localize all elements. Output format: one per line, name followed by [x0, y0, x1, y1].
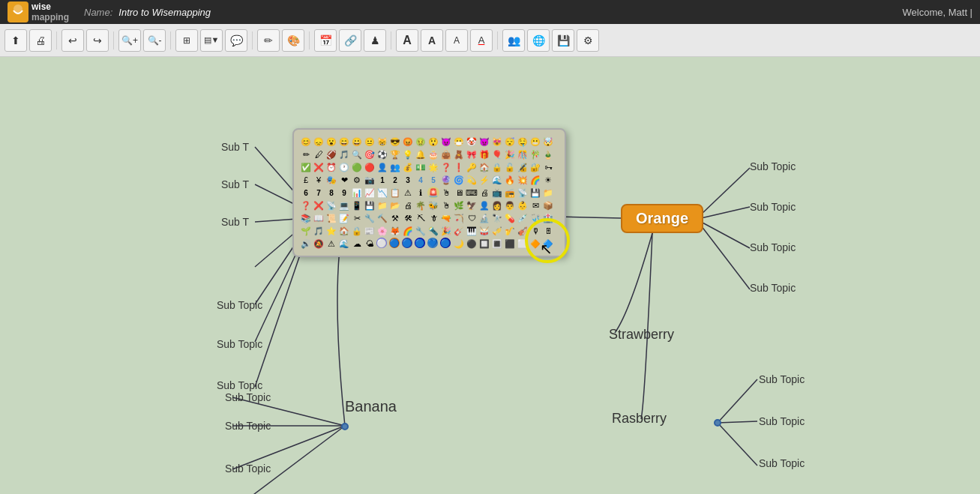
icon-cell[interactable]: 🌱: [300, 225, 312, 237]
icon-cell[interactable]: 🎯: [364, 148, 376, 160]
icon-cell[interactable]: 😲: [427, 136, 439, 148]
icon-cell[interactable]: 🏈: [325, 148, 337, 160]
print-button[interactable]: 🖨: [29, 29, 52, 52]
layout-button[interactable]: ⊞: [175, 29, 198, 52]
icon-cell[interactable]: 😷: [453, 136, 465, 148]
icon-cell[interactable]: 💥: [517, 174, 529, 186]
draw-button[interactable]: ✏: [257, 29, 280, 52]
icon-cell[interactable]: 🔨: [376, 212, 388, 224]
icon-cell[interactable]: 😞: [313, 136, 325, 148]
icon-cell[interactable]: 🧸: [453, 148, 465, 160]
icon-cell[interactable]: 🔥: [504, 174, 516, 186]
icon-cell[interactable]: 🎂: [427, 148, 439, 160]
icon-cell[interactable]: 🖱: [440, 187, 452, 199]
icon-cell[interactable]: 🔵: [402, 238, 412, 248]
icon-cell[interactable]: 🩺: [529, 212, 541, 224]
icon-cell[interactable]: 🔬: [478, 212, 490, 224]
icon-cell[interactable]: ℹ: [415, 187, 427, 199]
icon-cell[interactable]: 📡: [325, 199, 337, 211]
icon-cell[interactable]: ⏰: [325, 161, 337, 173]
icon-cell[interactable]: 🎙: [529, 225, 541, 237]
icon-cell[interactable]: 📋: [389, 187, 401, 199]
icon-cell[interactable]: 💉: [517, 212, 529, 224]
settings-button[interactable]: ⚙: [577, 29, 599, 52]
icon-cell[interactable]: 😻: [491, 136, 503, 148]
icon-cell[interactable]: 🌴: [415, 199, 427, 211]
icon-cell[interactable]: 😈: [440, 136, 452, 148]
icon-cell[interactable]: 🎋: [529, 148, 541, 160]
icon-cell[interactable]: 7: [313, 187, 325, 199]
icon-cell[interactable]: 🖱: [440, 199, 452, 211]
icon-cell[interactable]: ☁: [351, 238, 363, 250]
icon-cell[interactable]: 6: [300, 187, 312, 199]
icon-cell[interactable]: 🗡: [427, 212, 439, 224]
icon-cell[interactable]: 🎚: [542, 225, 554, 237]
icon-cell[interactable]: 🔶: [529, 238, 541, 250]
subtopic-right-2[interactable]: Sub Topic: [750, 201, 796, 213]
icon-cell[interactable]: 🌙: [453, 238, 465, 250]
icon-cell[interactable]: 🔮: [440, 174, 452, 186]
icon-cell[interactable]: 🔓: [504, 161, 516, 173]
icon-cell[interactable]: 🏠: [338, 225, 350, 237]
icon-cell[interactable]: ⌨: [466, 187, 478, 199]
icon-cell[interactable]: 📻: [504, 187, 516, 199]
icon-cell[interactable]: 📱: [351, 199, 363, 211]
icon-cell[interactable]: 🔭: [491, 212, 503, 224]
icon-cell[interactable]: 🎵: [313, 225, 325, 237]
icon-cell[interactable]: 😎: [389, 136, 401, 148]
icon-cell[interactable]: 😄: [338, 136, 350, 148]
icon-cell[interactable]: 😬: [529, 136, 541, 148]
icon-cell[interactable]: 🌀: [453, 174, 465, 186]
icon-cell[interactable]: 🌈: [402, 225, 414, 237]
icon-cell[interactable]: 👤: [478, 199, 490, 211]
banana-node[interactable]: Banana: [345, 398, 397, 415]
icon-cell[interactable]: 5: [427, 174, 439, 186]
icon-cell[interactable]: 🎀: [466, 148, 478, 160]
icon-cell[interactable]: 📡: [517, 187, 529, 199]
icon-cell[interactable]: 🏥: [542, 212, 554, 224]
raspberry-node[interactable]: Rasberry: [612, 411, 667, 427]
icon-cell[interactable]: 💾: [529, 187, 541, 199]
icon-cell[interactable]: 🐝: [427, 199, 439, 211]
icon-cell[interactable]: 👶: [517, 199, 529, 211]
icon-cell[interactable]: 🌸: [376, 225, 388, 237]
icon-cell[interactable]: 😸: [376, 136, 388, 148]
note-button[interactable]: 💬: [225, 29, 247, 52]
subtopic-right-1[interactable]: Sub Topic: [750, 160, 796, 172]
icon-cell[interactable]: ⚠: [325, 238, 337, 250]
icon-cell[interactable]: ✏: [300, 148, 312, 160]
icon-cell[interactable]: 🎈: [491, 148, 503, 160]
icon-cell[interactable]: 🤡: [466, 136, 478, 148]
icon-cell[interactable]: 🖊: [313, 148, 325, 160]
undo-button[interactable]: ↩: [61, 29, 84, 52]
upload-button[interactable]: ⬆: [4, 29, 27, 52]
icon-cell[interactable]: 👤: [376, 161, 388, 173]
icon-cell[interactable]: 🥁: [478, 225, 490, 237]
icon-cell[interactable]: 👥: [389, 161, 401, 173]
icon-cell[interactable]: 💰: [402, 161, 414, 173]
subtopic-left-4[interactable]: Sub Topic: [217, 299, 262, 311]
subtopic-left-1[interactable]: Sub T: [221, 141, 249, 153]
icon-cell[interactable]: 🔳: [491, 238, 503, 250]
icon-cell[interactable]: 🔫: [440, 212, 452, 224]
icon-cell[interactable]: 📷: [364, 174, 376, 186]
icon-cell[interactable]: ¥: [313, 174, 325, 186]
icon-cell[interactable]: ✂: [351, 212, 363, 224]
icon-cell[interactable]: 🖨: [402, 199, 414, 211]
icon-cell[interactable]: 🔊: [300, 238, 312, 250]
icon-cell[interactable]: 🖥: [453, 187, 465, 199]
icon-cell[interactable]: 💻: [338, 199, 350, 211]
icon-cell[interactable]: 🎉: [504, 148, 516, 160]
icon-cell[interactable]: ❌: [313, 161, 325, 173]
strawberry-node[interactable]: Strawberry: [609, 327, 674, 343]
icon-cell[interactable]: ⚡: [478, 174, 490, 186]
icon-cell[interactable]: 📚: [300, 212, 312, 224]
subtopic-right-3[interactable]: Sub Topic: [750, 241, 796, 253]
icon-cell[interactable]: 🔧: [364, 212, 376, 224]
icon-cell[interactable]: 🔕: [313, 238, 325, 250]
node-shape-button[interactable]: ▤▼: [200, 29, 223, 52]
icon-cell[interactable]: 🚨: [427, 187, 439, 199]
subtopic-left-5[interactable]: Sub Topic: [217, 338, 262, 350]
icon-cell[interactable]: 🌤: [364, 238, 376, 250]
icon-cell[interactable]: 🔏: [517, 161, 529, 173]
